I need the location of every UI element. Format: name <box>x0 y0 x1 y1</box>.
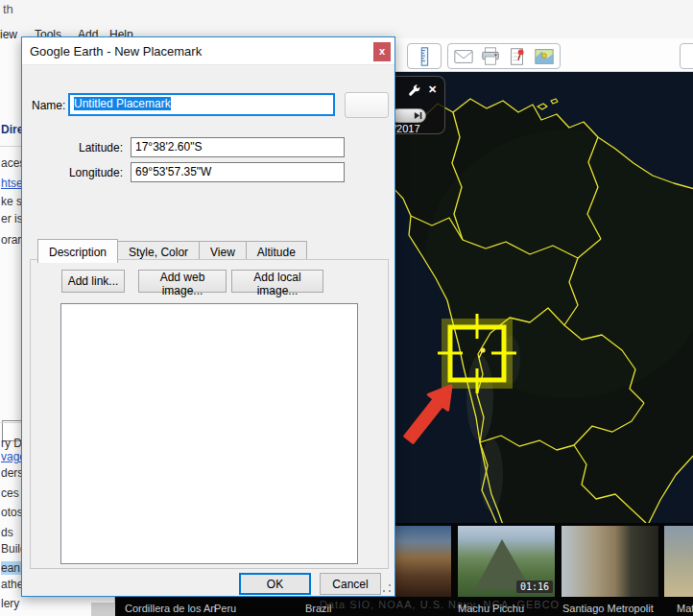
email-button[interactable] <box>450 45 477 68</box>
thumbnail-caption: Machu Picchu <box>458 603 524 614</box>
share-tool-group <box>447 43 561 69</box>
video-duration-badge: 01:16 <box>516 580 553 593</box>
close-icon[interactable]: ✕ <box>428 83 437 96</box>
dialog-title: Google Earth - New Placemark <box>30 44 202 59</box>
thumbnail-caption: Peru <box>214 603 236 614</box>
sidebar-text-fragment: orar <box>1 233 21 247</box>
window-title-fragment: th <box>3 2 13 16</box>
save-image-button[interactable] <box>504 45 531 68</box>
sidebar-link-fragment[interactable]: htse <box>1 177 23 190</box>
photo-thumbnail[interactable] <box>395 526 451 597</box>
longitude-label: Longitude: <box>32 166 123 179</box>
ok-button[interactable]: OK <box>239 573 311 595</box>
time-slider-handle[interactable] <box>391 108 426 123</box>
photo-thumbnail-machu-picchu[interactable]: 01:16 <box>458 526 555 597</box>
name-input[interactable]: Untitled Placemark <box>68 93 335 116</box>
email-icon <box>453 46 474 67</box>
sidebar-layer-item[interactable]: ds <box>1 526 13 539</box>
name-label: Name: <box>32 99 65 112</box>
wrench-icon[interactable] <box>408 84 422 99</box>
latitude-input[interactable]: 17°38'2.60"S <box>131 137 345 157</box>
dialog-titlebar[interactable]: Google Earth - New Placemark x <box>22 37 394 65</box>
thumbnail-caption: Brazil <box>305 603 332 614</box>
sidebar-text-fragment: ry D <box>1 437 22 450</box>
sidebar-layer-item[interactable]: ces <box>1 486 19 500</box>
google-earth-window: th iew Tools Add Help <box>0 0 693 616</box>
sidebar-text-fragment: Dire <box>1 123 23 136</box>
photo-thumbnail-santiago[interactable] <box>562 526 658 597</box>
time-slider-year: /2017 <box>394 123 420 134</box>
sidebar-layer-item[interactable]: athe <box>1 578 23 591</box>
resize-grip[interactable] <box>382 583 392 593</box>
print-icon <box>480 46 501 67</box>
view-in-maps-icon <box>534 46 555 67</box>
time-slider-panel: ✕ /2017 <box>388 76 445 134</box>
sidebar-layer-item[interactable]: ders <box>1 466 23 480</box>
add-link-button[interactable]: Add link... <box>61 270 125 293</box>
sidebar-text-fragment: er is <box>1 212 23 225</box>
print-button[interactable] <box>477 45 504 68</box>
thumbnail-caption: Cordillera de los An <box>125 603 216 614</box>
view-in-maps-button[interactable] <box>531 45 558 68</box>
cancel-button[interactable]: Cancel <box>320 573 381 595</box>
close-button[interactable]: x <box>373 42 391 61</box>
placemark-icon-button[interactable] <box>345 92 389 118</box>
thumbnail-caption: Mat <box>677 603 693 614</box>
add-web-image-button[interactable]: Add web image... <box>138 270 227 293</box>
sidebar-layer-item[interactable]: otos <box>1 506 23 519</box>
longitude-input[interactable]: 69°53'57.35"W <box>131 162 345 182</box>
south-america-map <box>395 72 693 523</box>
step-forward-icon[interactable] <box>414 111 422 120</box>
latitude-label: Latitude: <box>32 141 123 154</box>
description-textarea[interactable] <box>60 303 358 564</box>
new-placemark-dialog: Google Earth - New Placemark x Name: Unt… <box>21 36 395 597</box>
add-local-image-button[interactable]: Add local image... <box>231 270 323 293</box>
toolbar-right-button-partial[interactable] <box>680 43 693 69</box>
ruler-button[interactable] <box>407 43 442 69</box>
sidebar-layer-item[interactable]: lery <box>1 597 19 610</box>
sidebar-scrollbar-corner[interactable] <box>91 603 115 616</box>
name-input-selected-text: Untitled Placemark <box>74 97 171 110</box>
divider <box>0 146 21 147</box>
tab-description[interactable]: Description <box>37 239 118 263</box>
save-image-icon <box>507 46 528 67</box>
ruler-icon <box>414 46 435 67</box>
divider <box>0 422 21 423</box>
thumbnail-caption: Santiago Metropolit <box>562 603 654 614</box>
photo-thumbnail-partial[interactable] <box>664 526 693 597</box>
